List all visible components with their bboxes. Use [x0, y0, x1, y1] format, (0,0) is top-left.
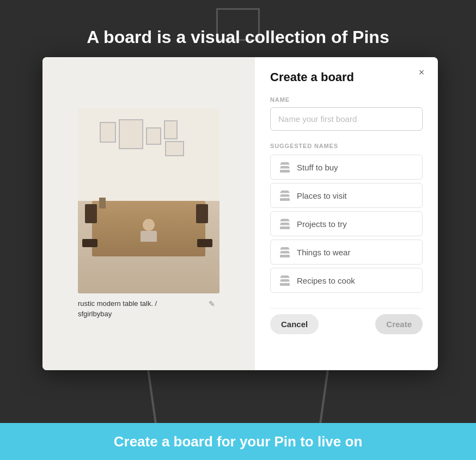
- suggestion-item-1[interactable]: Stuff to buy: [270, 155, 423, 180]
- close-button[interactable]: ×: [414, 65, 429, 80]
- art-frame-1: [100, 122, 116, 143]
- pin-preview-panel: rustic modern table talk. / sfgirlbybay …: [42, 57, 255, 370]
- suggestion-icon-5: [278, 274, 291, 287]
- chair-seat-left: [82, 239, 97, 247]
- create-button[interactable]: Create: [375, 314, 423, 334]
- suggestion-text-1: Stuff to buy: [297, 163, 338, 172]
- suggestion-text-3: Projects to try: [297, 219, 347, 229]
- suggested-names-label: SUGGESTED NAMES: [270, 143, 423, 149]
- suggestion-list: Stuff to buyPlaces to visitProjects to t…: [270, 155, 423, 293]
- suggestion-icon-1: [278, 161, 291, 174]
- pin-caption-line1: rustic modern table talk. /: [78, 299, 157, 308]
- suggestion-icon-2: [278, 189, 291, 202]
- chair-seat-right: [197, 239, 212, 247]
- person-figure: [141, 219, 157, 242]
- art-frame-3: [146, 127, 161, 145]
- person-body: [141, 231, 157, 242]
- pin-wrapper: rustic modern table talk. / sfgirlbybay …: [78, 108, 219, 318]
- name-field-label: NAME: [270, 96, 423, 103]
- pin-image: [78, 108, 219, 293]
- chair-back-left: [85, 204, 97, 223]
- suggestion-text-2: Places to visit: [297, 191, 347, 200]
- modal-title: Create a board: [270, 70, 423, 84]
- bottom-banner-text: Create a board for your Pin to live on: [114, 433, 363, 450]
- room-wall: [78, 108, 219, 210]
- pin-caption: rustic modern table talk. / sfgirlbybay: [78, 299, 219, 318]
- suggestion-item-2[interactable]: Places to visit: [270, 183, 423, 208]
- modal-card: rustic modern table talk. / sfgirlbybay …: [42, 57, 438, 370]
- suggestion-item-3[interactable]: Projects to try: [270, 211, 423, 236]
- create-board-form: × Create a board NAME SUGGESTED NAMES St…: [255, 57, 438, 370]
- suggestion-item-4[interactable]: Things to wear: [270, 240, 423, 265]
- suggestion-text-4: Things to wear: [297, 248, 350, 257]
- pin-caption-line2: sfgirlbybay: [78, 310, 112, 318]
- art-frame-4: [165, 141, 184, 156]
- chair-back-right: [196, 204, 208, 223]
- suggestion-icon-3: [278, 217, 291, 230]
- suggestion-item-5[interactable]: Recipes to cook: [270, 268, 423, 293]
- board-name-input[interactable]: [270, 107, 423, 131]
- page-title: A board is a visual collection of Pins: [0, 27, 476, 47]
- modal-actions: Cancel Create: [270, 308, 423, 334]
- suggestion-icon-4: [278, 246, 291, 259]
- cancel-button[interactable]: Cancel: [270, 314, 319, 334]
- art-frame-5: [164, 120, 178, 139]
- bottom-banner: Create a board for your Pin to live on: [0, 423, 476, 460]
- suggestion-text-5: Recipes to cook: [297, 276, 355, 285]
- pin-edit-icon[interactable]: ✎: [204, 296, 219, 311]
- vase-decoration: [99, 198, 106, 208]
- art-frame-2: [119, 119, 143, 149]
- person-head: [143, 219, 155, 231]
